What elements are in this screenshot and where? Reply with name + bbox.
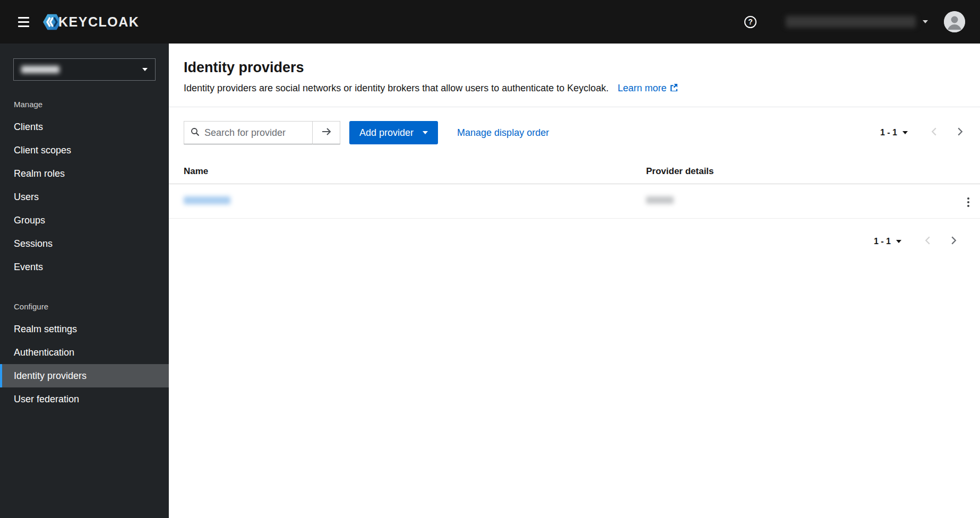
chevron-left-icon — [931, 127, 937, 139]
pagination-range: 1 - 1 — [874, 237, 891, 246]
prev-page-button[interactable] — [929, 124, 939, 142]
learn-more-link[interactable]: Learn more — [617, 83, 678, 94]
add-provider-label: Add provider — [359, 127, 414, 139]
per-page-dropdown[interactable]: 1 - 1 — [878, 125, 910, 141]
keycloak-logo: KEYCLOAK — [43, 14, 139, 30]
nav-section-title-configure: Configure — [0, 302, 169, 311]
chevron-right-icon — [957, 127, 963, 139]
sidebar-item-label: Realm settings — [14, 324, 77, 335]
user-menu-dropdown[interactable] — [786, 16, 928, 28]
column-header-name: Name — [169, 159, 631, 184]
help-button[interactable]: ? — [744, 16, 757, 28]
kebab-menu-button[interactable] — [962, 194, 975, 210]
main-content: Identity providers Identity providers ar… — [169, 44, 980, 518]
page-header: Identity providers Identity providers ar… — [169, 44, 980, 107]
sidebar-item-realm-settings[interactable]: Realm settings — [0, 317, 169, 341]
provider-details-redacted — [646, 196, 674, 204]
table-row — [169, 184, 980, 219]
prev-page-button-bottom[interactable] — [923, 232, 933, 251]
sidebar-item-identity-providers[interactable]: Identity providers — [0, 364, 169, 387]
chevron-left-icon — [925, 236, 931, 247]
sidebar-item-groups[interactable]: Groups — [0, 209, 169, 232]
sidebar-item-label: Authentication — [14, 347, 74, 358]
arrow-right-icon — [321, 127, 332, 138]
search-input[interactable] — [204, 127, 308, 139]
nav-section-configure: Configure Realm settings Authentication … — [0, 302, 169, 411]
external-link-icon — [670, 83, 678, 94]
app-body: Manage Clients Client scopes Realm roles… — [0, 44, 980, 518]
masthead: KEYCLOAK ? — [0, 0, 980, 44]
nav-list-configure: Realm settings Authentication Identity p… — [0, 317, 169, 411]
page-body: Add provider Manage display order 1 - 1 — [169, 107, 980, 251]
identity-providers-table: Name Provider details — [169, 159, 980, 219]
question-circle-icon: ? — [744, 16, 757, 28]
add-provider-button[interactable]: Add provider — [349, 121, 438, 144]
caret-down-icon — [896, 240, 901, 243]
sidebar-item-label: Client scopes — [14, 145, 71, 156]
per-page-dropdown-bottom[interactable]: 1 - 1 — [872, 234, 904, 249]
sidebar-item-client-scopes[interactable]: Client scopes — [0, 139, 169, 162]
pagination-bottom: 1 - 1 — [169, 219, 980, 251]
sidebar-item-label: Sessions — [14, 238, 53, 249]
sidebar-item-label: Events — [14, 262, 43, 273]
sidebar-item-label: User federation — [14, 394, 79, 405]
manage-display-order-link[interactable]: Manage display order — [457, 127, 549, 139]
username-redacted — [786, 16, 916, 28]
sidebar-item-realm-roles[interactable]: Realm roles — [0, 162, 169, 185]
next-page-button-bottom[interactable] — [949, 232, 959, 251]
sidebar-item-clients[interactable]: Clients — [0, 115, 169, 139]
realm-selector-dropdown[interactable] — [13, 58, 156, 81]
nav-list-manage: Clients Client scopes Realm roles Users … — [0, 115, 169, 279]
chevron-right-icon — [951, 236, 957, 247]
page-description-row: Identity providers are social networks o… — [184, 83, 965, 94]
column-header-provider-details: Provider details — [631, 159, 942, 184]
search-box — [184, 121, 312, 144]
provider-name-link-redacted[interactable] — [184, 196, 230, 204]
sidebar-item-events[interactable]: Events — [0, 255, 169, 279]
pagination-range: 1 - 1 — [880, 128, 897, 137]
caret-down-icon — [902, 131, 908, 134]
sidebar-item-authentication[interactable]: Authentication — [0, 341, 169, 364]
nav-section-manage: Manage Clients Client scopes Realm roles… — [0, 100, 169, 279]
caret-down-icon — [923, 20, 928, 23]
keycloak-admin-console: KEYCLOAK ? Manage — [0, 0, 980, 518]
page-description: Identity providers are social networks o… — [184, 83, 608, 93]
caret-down-icon — [142, 68, 148, 71]
page-title: Identity providers — [184, 59, 965, 76]
sidebar-item-sessions[interactable]: Sessions — [0, 232, 169, 255]
toolbar: Add provider Manage display order 1 - 1 — [169, 107, 980, 144]
sidebar: Manage Clients Client scopes Realm roles… — [0, 44, 169, 518]
table-header-row: Name Provider details — [169, 159, 980, 184]
sidebar-item-label: Clients — [14, 122, 43, 133]
search-group — [184, 121, 340, 144]
search-submit-button[interactable] — [312, 121, 340, 144]
pagination-top: 1 - 1 — [878, 124, 965, 142]
realm-name-redacted — [21, 66, 59, 73]
sidebar-item-label: Users — [14, 192, 39, 203]
sidebar-item-label: Groups — [14, 215, 45, 226]
sidebar-item-label: Identity providers — [14, 370, 87, 382]
global-nav-toggle-button[interactable] — [12, 12, 36, 32]
caret-down-icon — [423, 131, 428, 134]
hamburger-icon — [18, 17, 29, 27]
sidebar-item-label: Realm roles — [14, 168, 65, 179]
learn-more-label: Learn more — [617, 83, 666, 94]
keycloak-logo-text: KEYCLOAK — [58, 14, 139, 30]
avatar[interactable] — [944, 11, 965, 32]
sidebar-item-user-federation[interactable]: User federation — [0, 387, 169, 411]
search-icon — [191, 127, 200, 139]
column-header-actions — [942, 159, 980, 184]
nav-section-title-manage: Manage — [0, 100, 169, 109]
sidebar-item-users[interactable]: Users — [0, 185, 169, 209]
next-page-button[interactable] — [955, 124, 965, 142]
